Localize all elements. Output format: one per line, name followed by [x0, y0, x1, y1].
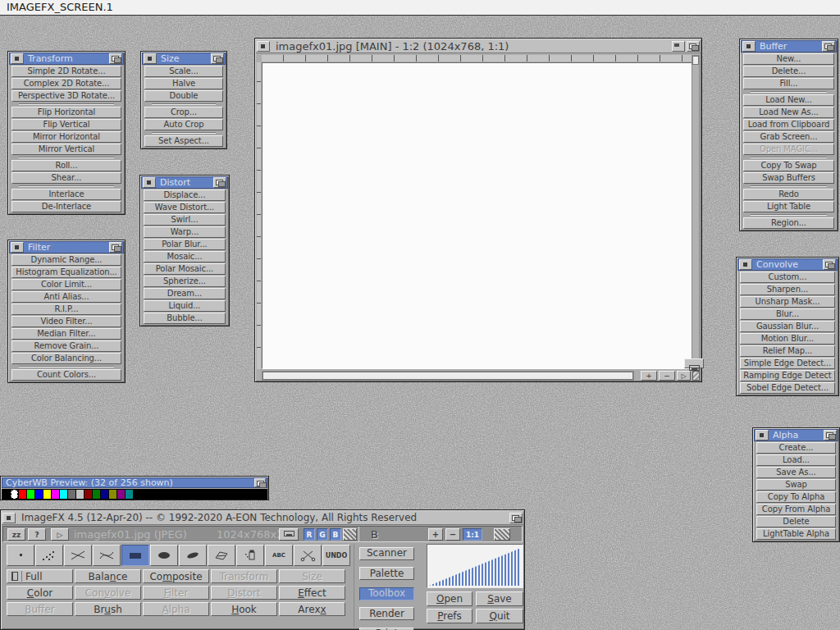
panel-button[interactable]: Bubble... — [144, 313, 226, 324]
panel-button[interactable]: Liquid... — [144, 300, 226, 312]
panel-button[interactable]: Simple 2D Rotate... — [11, 66, 121, 77]
panel-button[interactable]: Load New As... — [743, 107, 834, 118]
panel-button[interactable]: Double — [144, 90, 223, 102]
horizontal-scrollbar[interactable] — [262, 371, 634, 381]
color-swatch[interactable] — [11, 490, 18, 499]
depth-icon[interactable] — [824, 430, 837, 441]
close-icon[interactable] — [739, 259, 752, 270]
color-swatch[interactable] — [216, 490, 223, 499]
palette-titlebar[interactable]: CyberWB Preview: (32 of 256 shown) — [2, 477, 267, 488]
color-swatch[interactable] — [249, 490, 256, 499]
panel-button[interactable]: Ramping Edge Detect — [740, 370, 835, 381]
panel-button[interactable]: Delete... — [743, 66, 834, 77]
tool-point-button[interactable] — [7, 545, 34, 566]
close-icon[interactable] — [257, 41, 270, 52]
color-swatch[interactable] — [68, 490, 75, 499]
panel-button[interactable]: Mirror Vertical — [11, 144, 121, 155]
color-swatch[interactable] — [158, 490, 166, 499]
color-swatch[interactable] — [19, 490, 26, 499]
panel-button[interactable]: Mirror Horizontal — [11, 131, 121, 143]
panel-button[interactable]: Scale... — [144, 66, 223, 77]
panel-button[interactable]: Dynamic Range... — [11, 254, 121, 266]
toolbox-section-button[interactable]: Buffer — [7, 602, 73, 616]
panel-button[interactable]: Swap — [756, 479, 836, 491]
panel-button[interactable]: Warp... — [144, 226, 226, 238]
toolbox-section-button[interactable]: Convolve — [75, 586, 141, 600]
depth-icon[interactable] — [823, 259, 836, 270]
panel-button[interactable]: Sobel Edge Detect... — [740, 382, 835, 394]
toolbox-section-button[interactable]: Composite — [143, 569, 209, 583]
color-swatch[interactable] — [35, 490, 43, 499]
color-swatch[interactable] — [167, 490, 174, 499]
toolbox-section-button[interactable]: Brush — [75, 602, 141, 616]
depth-icon[interactable] — [213, 177, 226, 188]
color-swatch[interactable] — [76, 490, 84, 499]
image-canvas[interactable] — [262, 62, 693, 369]
color-swatch[interactable] — [84, 490, 92, 499]
panel-button[interactable]: Simple Edge Detect... — [740, 358, 835, 369]
panel-button[interactable]: Motion Blur... — [740, 333, 835, 345]
zoom-out-button[interactable]: − — [445, 528, 460, 541]
tool-text-button[interactable]: ABC — [265, 545, 293, 566]
depth-icon[interactable] — [254, 478, 266, 487]
pan-button[interactable]: ▷ — [677, 371, 691, 381]
panel-button[interactable]: Color Balancing... — [11, 353, 121, 364]
close-icon[interactable] — [756, 430, 769, 441]
color-swatch[interactable] — [2, 490, 10, 499]
panel-button[interactable]: Crop... — [144, 107, 223, 118]
toolbox-section-button[interactable]: Filter — [143, 586, 209, 600]
depth-icon[interactable] — [211, 53, 224, 64]
transform-titlebar[interactable]: Transform — [9, 52, 124, 65]
panel-button[interactable]: New... — [743, 53, 834, 65]
pattern-button[interactable] — [494, 528, 510, 541]
panel-button[interactable]: Displace... — [144, 189, 226, 201]
screen-mode-button[interactable] — [684, 358, 704, 368]
system-button[interactable]: Quit — [476, 609, 523, 623]
color-swatch[interactable] — [224, 490, 231, 499]
panel-button[interactable]: Polar Mosaic... — [144, 263, 226, 275]
panel-button[interactable]: Grab Screen... — [743, 131, 834, 143]
panel-button[interactable]: Load from Clipboard — [743, 119, 834, 130]
toolbox-section-button[interactable]: Arexx — [279, 602, 345, 616]
color-swatch[interactable] — [93, 490, 100, 499]
close-icon[interactable] — [11, 242, 24, 253]
panel-button[interactable]: Flip Vertical — [11, 119, 121, 130]
toolbox-section-button[interactable]: Distort — [211, 586, 277, 600]
toolbox-section-button[interactable]: Color — [7, 586, 73, 600]
panel-button[interactable]: Create... — [756, 442, 836, 454]
image-window-titlebar[interactable]: imagefx01.jpg [MAIN] - 1:2 (1024x768, 1:… — [256, 39, 701, 53]
color-swatch[interactable] — [52, 490, 59, 499]
toolbox-section-button[interactable]: Effect — [279, 586, 345, 600]
panel-button[interactable]: Copy To Alpha — [756, 491, 836, 503]
panel-button[interactable]: Color Limit... — [11, 279, 121, 290]
panel-button[interactable]: Copy From Alpha — [756, 504, 836, 515]
panel-button[interactable]: Dream... — [144, 288, 226, 299]
color-swatch[interactable] — [126, 490, 133, 499]
panel-button[interactable]: Copy To Swap — [743, 160, 834, 171]
macro-play-button[interactable]: ▷ — [51, 528, 69, 541]
distort-titlebar[interactable]: Distort — [141, 176, 228, 189]
panel-button[interactable]: Swap Buffers — [743, 172, 834, 184]
convolve-titlebar[interactable]: Convolve — [737, 258, 838, 271]
panel-button[interactable]: Region... — [743, 217, 834, 229]
panel-button[interactable]: Roll... — [11, 160, 121, 171]
alpha-titlebar[interactable]: Alpha — [754, 429, 838, 441]
panel-button[interactable]: Count Colors... — [11, 369, 121, 381]
help-button[interactable]: ? — [28, 528, 46, 541]
panel-button[interactable]: Histogram Equalization... — [11, 267, 121, 278]
depth-icon[interactable] — [822, 41, 835, 52]
tool-box-button[interactable] — [121, 545, 149, 566]
panel-button[interactable]: Flip Horizontal — [11, 107, 121, 118]
panel-button[interactable]: Sharpen... — [740, 284, 835, 295]
color-swatch[interactable] — [43, 490, 51, 499]
panel-button[interactable]: De-Interlace — [11, 201, 121, 212]
vertical-scroll-thumb[interactable] — [692, 56, 699, 65]
panel-button[interactable]: Custom... — [740, 272, 835, 283]
panel-button[interactable]: Gaussian Blur... — [740, 321, 835, 332]
panel-button[interactable]: Set Aspect... — [144, 135, 223, 147]
panel-button[interactable]: Redo — [743, 189, 834, 200]
depth-icon[interactable] — [109, 242, 122, 253]
toolbox-section-button[interactable]: Hook — [211, 602, 277, 616]
panel-button[interactable]: Delete — [756, 516, 836, 527]
system-button[interactable]: Save — [476, 591, 523, 606]
